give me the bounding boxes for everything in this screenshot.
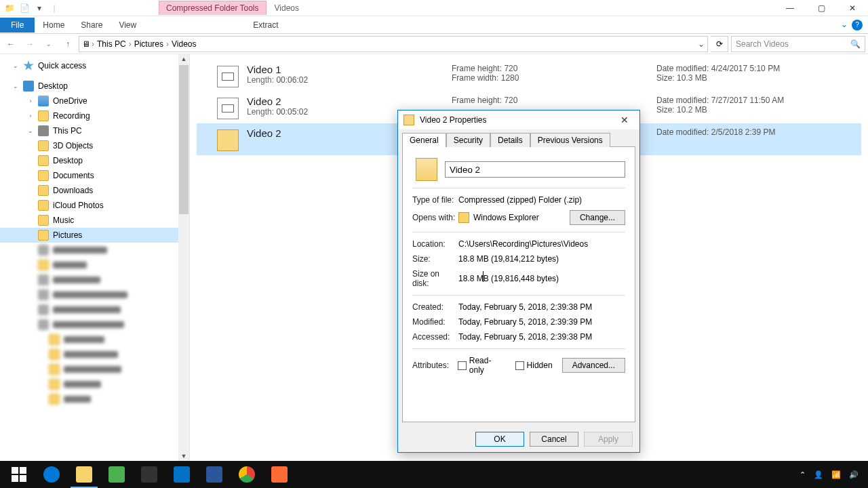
readonly-checkbox[interactable]: Read-only [458, 356, 506, 375]
nav-documents[interactable]: Documents [0, 168, 189, 183]
nav-item-obscured[interactable] [0, 302, 189, 317]
chevron-right-icon[interactable]: › [129, 39, 132, 49]
qat-dropdown-icon[interactable]: ▾ [34, 3, 45, 14]
address-bar[interactable]: 🖥 › This PC › Pictures › Videos ⌄ [79, 36, 708, 52]
tab-file[interactable]: File [0, 18, 35, 33]
nav-item-obscured[interactable] [0, 332, 189, 347]
nav-item-obscured[interactable] [0, 258, 189, 272]
tray-volume-icon[interactable]: 🔊 [849, 470, 859, 479]
tab-security[interactable]: Security [446, 133, 490, 147]
breadcrumb-pictures[interactable]: Pictures [133, 39, 165, 49]
dialog-titlebar[interactable]: Video 2 Properties ✕ [398, 110, 639, 129]
tab-share[interactable]: Share [73, 18, 111, 33]
taskbar-edge[interactable] [35, 461, 68, 488]
file-meta-value: 720 [504, 64, 517, 73]
nav-item-obscured[interactable] [0, 392, 189, 407]
nav-item-obscured[interactable] [0, 287, 189, 302]
tab-previous-versions[interactable]: Previous Versions [530, 133, 610, 147]
ribbon-expand-icon[interactable]: ⌄ [841, 20, 848, 30]
file-meta-value: 10.3 MB [677, 73, 707, 83]
nav-thispc[interactable]: ⌄This PC [0, 123, 189, 138]
nav-item-obscured[interactable] [0, 377, 189, 392]
nav-item-obscured[interactable] [0, 243, 189, 258]
nav-desktop[interactable]: ⌄Desktop [0, 79, 189, 94]
nav-icloud[interactable]: iCloud Photos [0, 198, 189, 213]
system-tray[interactable]: ⌃ 👤 📶 🔊 [793, 470, 865, 479]
nav-music[interactable]: Music [0, 213, 189, 228]
taskbar-word[interactable] [198, 461, 231, 488]
forward-button[interactable]: → [22, 36, 38, 52]
nav-item-obscured[interactable] [0, 272, 189, 287]
nav-quick-access[interactable]: ⌄Quick access [0, 58, 189, 73]
taskbar-chrome[interactable] [231, 461, 263, 488]
scroll-down-icon[interactable]: ▼ [180, 451, 189, 461]
nav-item-obscured[interactable] [0, 362, 189, 377]
recent-dropdown[interactable]: ⌄ [41, 36, 57, 52]
tray-network-icon[interactable]: 📶 [831, 470, 841, 479]
nav-pictures[interactable]: Pictures [0, 228, 189, 243]
nav-item-obscured[interactable] [0, 317, 189, 332]
up-button[interactable]: ↑ [60, 36, 76, 52]
value-modified: Today, February 5, 2018, 2:39:39 PM [458, 317, 625, 327]
file-meta-value: 00:06:02 [276, 75, 308, 85]
file-meta-value: 2/5/2018 2:39 PM [711, 127, 776, 137]
file-meta-value: 1280 [501, 73, 519, 83]
tab-details[interactable]: Details [490, 133, 530, 147]
tray-people-icon[interactable]: 👤 [814, 470, 823, 479]
file-meta-label: Date modified: [656, 127, 709, 137]
hidden-checkbox[interactable]: Hidden [515, 361, 553, 370]
file-meta-label: Frame height: [452, 96, 502, 105]
nav-downloads[interactable]: Downloads [0, 183, 189, 198]
file-row[interactable]: Video 1 Length: 00:06:02 Frame height: 7… [197, 60, 861, 92]
nav-3d-objects[interactable]: 3D Objects [0, 138, 189, 153]
taskbar-store[interactable] [133, 461, 165, 488]
label-type: Type of file: [412, 195, 458, 205]
taskbar-camtasia[interactable] [263, 461, 296, 488]
file-meta-label: Frame height: [452, 64, 502, 73]
taskbar-outlook[interactable] [165, 461, 198, 488]
taskbar-explorer[interactable] [68, 461, 100, 488]
nav-item-obscured[interactable] [0, 347, 189, 362]
properties-icon[interactable]: 📄 [19, 3, 30, 14]
ok-button[interactable]: OK [475, 432, 524, 447]
change-button[interactable]: Change... [570, 210, 625, 225]
search-placeholder: Search Videos [736, 39, 789, 49]
scroll-up-icon[interactable]: ▲ [180, 54, 189, 64]
scroll-thumb[interactable] [179, 65, 189, 214]
filename-input[interactable] [445, 161, 625, 178]
back-button[interactable]: ← [3, 36, 19, 52]
file-meta-value: 00:05:02 [276, 107, 308, 117]
search-box[interactable]: Search Videos 🔍 [731, 36, 865, 52]
explorer-icon [458, 212, 469, 223]
contextual-tab-compressed[interactable]: Compressed Folder Tools [159, 1, 267, 15]
tab-extract[interactable]: Extract [245, 18, 286, 33]
nav-onedrive[interactable]: ›OneDrive [0, 94, 189, 108]
maximize-button[interactable]: ▢ [806, 0, 837, 16]
minimize-button[interactable]: — [774, 0, 806, 16]
breadcrumb-thispc[interactable]: This PC [96, 39, 127, 49]
close-button[interactable]: ✕ [837, 0, 868, 16]
tab-view[interactable]: View [111, 18, 144, 33]
cancel-button[interactable]: Cancel [530, 432, 578, 447]
nav-recording[interactable]: ›Recording [0, 108, 189, 123]
chevron-right-icon[interactable]: › [92, 39, 94, 49]
tab-general[interactable]: General [402, 133, 446, 147]
tray-up-icon[interactable]: ⌃ [800, 470, 806, 479]
file-meta-label: Frame width: [452, 73, 498, 83]
nav-scrollbar[interactable]: ▲ ▼ [178, 54, 189, 461]
dialog-close-button[interactable]: ✕ [615, 112, 634, 128]
apply-button[interactable]: Apply [584, 432, 633, 447]
tab-home[interactable]: Home [35, 18, 73, 33]
refresh-button[interactable]: ⟳ [711, 36, 728, 52]
taskbar-app[interactable] [100, 461, 133, 488]
start-button[interactable] [3, 461, 35, 488]
help-icon[interactable]: ? [852, 20, 863, 30]
address-dropdown-icon[interactable]: ⌄ [698, 39, 705, 49]
advanced-button[interactable]: Advanced... [562, 358, 625, 373]
folder-icon[interactable]: 📁 [4, 3, 15, 14]
nav-desktop-2[interactable]: Desktop [0, 153, 189, 168]
search-icon[interactable]: 🔍 [850, 39, 861, 49]
breadcrumb-videos[interactable]: Videos [170, 39, 197, 49]
value-accessed: Today, February 5, 2018, 2:39:38 PM [458, 332, 625, 342]
chevron-right-icon[interactable]: › [166, 39, 169, 49]
